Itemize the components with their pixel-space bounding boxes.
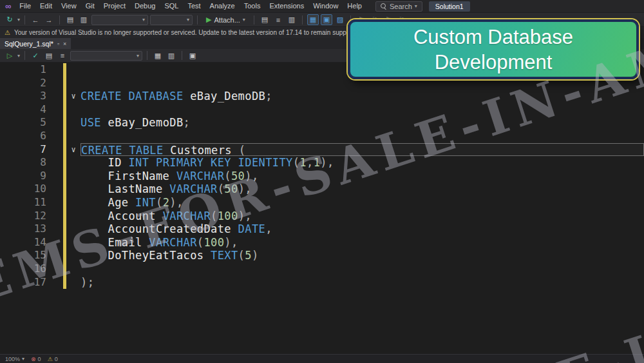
menu-item-tools[interactable]: Tools bbox=[240, 0, 265, 12]
line-number[interactable]: 17 bbox=[13, 276, 46, 289]
close-icon[interactable]: × bbox=[63, 41, 66, 47]
platform-dropdown[interactable]: ▾ bbox=[150, 15, 193, 25]
menu-item-file[interactable]: File bbox=[15, 0, 35, 12]
step-into-icon[interactable]: ≡ bbox=[272, 14, 284, 25]
code-text[interactable]: CREATE DATABASE eBay_DemoDB; bbox=[80, 90, 644, 103]
code-line[interactable]: 12 Account VARCHAR(100), bbox=[0, 210, 644, 223]
menu-item-edit[interactable]: Edit bbox=[35, 0, 57, 12]
chevron-down-icon[interactable]: ▾ bbox=[17, 53, 20, 59]
line-number[interactable]: 16 bbox=[13, 262, 46, 276]
breakpoint-margin[interactable] bbox=[0, 116, 13, 130]
line-number[interactable]: 15 bbox=[13, 249, 46, 262]
line-number[interactable]: 9 bbox=[13, 170, 46, 183]
code-line[interactable]: 10 LastName VARCHAR(50), bbox=[0, 182, 644, 196]
code-text[interactable]: LastName VARCHAR(50), bbox=[80, 182, 644, 196]
code-line[interactable]: 7∨CREATE TABLE Customers ( bbox=[0, 143, 644, 157]
breakpoint-margin[interactable] bbox=[0, 90, 13, 103]
breakpoint-margin[interactable] bbox=[0, 143, 13, 157]
line-wrap-icon[interactable]: ▥ bbox=[286, 14, 298, 25]
menu-item-view[interactable]: View bbox=[57, 0, 81, 12]
code-text[interactable]: ID INT PRIMARY KEY IDENTITY(1,1), bbox=[80, 156, 644, 170]
solution-selector[interactable]: Solution1 bbox=[429, 1, 470, 12]
step-over-icon[interactable]: ▤ bbox=[259, 14, 270, 25]
code-text[interactable]: AccountCreatedDate DATE, bbox=[80, 222, 644, 236]
code-line[interactable]: 16 bbox=[0, 262, 644, 276]
breakpoint-margin[interactable] bbox=[0, 103, 13, 117]
code-line[interactable]: 15 DoTheyEatTacos TEXT(5) bbox=[0, 249, 644, 262]
code-line[interactable]: 11 Age INT(2), bbox=[0, 196, 644, 210]
connect-icon[interactable]: ▤ bbox=[43, 50, 55, 61]
code-text[interactable]: Account VARCHAR(100), bbox=[80, 210, 644, 223]
code-line[interactable]: 17); bbox=[0, 276, 644, 289]
line-number[interactable]: 12 bbox=[13, 210, 46, 223]
breakpoint-margin[interactable] bbox=[0, 63, 13, 77]
menu-item-sql[interactable]: SQL bbox=[160, 0, 183, 12]
breakpoint-margin[interactable] bbox=[0, 77, 13, 90]
code-editor[interactable]: 123∨CREATE DATABASE eBay_DemoDB;45USE eB… bbox=[0, 63, 644, 354]
attach-button[interactable]: ▶ Attach... ▾ bbox=[202, 15, 249, 25]
line-number[interactable]: 13 bbox=[13, 222, 46, 236]
code-text[interactable] bbox=[80, 103, 644, 117]
results-text-toggle-icon[interactable]: ▣ bbox=[321, 14, 332, 25]
line-number[interactable]: 10 bbox=[13, 182, 46, 196]
code-line[interactable]: 5USE eBay_DemoDB; bbox=[0, 116, 644, 130]
search-control[interactable]: Search ▾ bbox=[375, 1, 422, 12]
menu-item-window[interactable]: Window bbox=[308, 0, 343, 12]
code-text[interactable]: USE eBay_DemoDB; bbox=[80, 116, 644, 130]
line-number[interactable]: 6 bbox=[13, 130, 46, 143]
line-number[interactable]: 7 bbox=[13, 143, 46, 157]
code-line[interactable]: 3∨CREATE DATABASE eBay_DemoDB; bbox=[0, 90, 644, 103]
database-selector-dropdown[interactable]: ▾ bbox=[70, 51, 142, 61]
code-line[interactable]: 8 ID INT PRIMARY KEY IDENTITY(1,1), bbox=[0, 156, 644, 170]
code-line[interactable]: 9 FirstName VARCHAR(50), bbox=[0, 170, 644, 183]
chevron-down-icon[interactable]: ▾ bbox=[17, 17, 20, 23]
line-number[interactable]: 5 bbox=[13, 116, 46, 130]
navigate-backward-icon[interactable]: ← bbox=[30, 14, 41, 25]
code-text[interactable]: CREATE TABLE Customers ( bbox=[80, 143, 644, 157]
results-pane-icon[interactable]: ▦ bbox=[152, 50, 164, 61]
menu-item-project[interactable]: Project bbox=[99, 0, 130, 12]
code-line[interactable]: 4 bbox=[0, 103, 644, 117]
fold-chevron-icon[interactable]: ∨ bbox=[66, 143, 80, 157]
menu-item-git[interactable]: Git bbox=[81, 0, 99, 12]
new-query-icon[interactable]: ▤ bbox=[64, 14, 76, 25]
results-grid-toggle-icon[interactable]: ▦ bbox=[307, 14, 319, 25]
parse-query-icon[interactable]: ✓ bbox=[30, 50, 41, 61]
line-number[interactable]: 14 bbox=[13, 236, 46, 250]
line-number[interactable]: 4 bbox=[13, 103, 46, 117]
code-line[interactable]: 13 AccountCreatedDate DATE, bbox=[0, 222, 644, 236]
query-plan-icon[interactable]: ▥ bbox=[166, 50, 177, 61]
source-control-icon[interactable]: ↻ bbox=[4, 14, 15, 25]
line-number[interactable]: 2 bbox=[13, 77, 46, 90]
line-number[interactable]: 1 bbox=[13, 63, 46, 77]
navigate-forward-icon[interactable]: → bbox=[43, 14, 55, 25]
breakpoint-margin[interactable] bbox=[0, 196, 13, 210]
execute-button[interactable]: ▷ bbox=[4, 50, 15, 61]
code-text[interactable] bbox=[80, 262, 644, 276]
line-number[interactable]: 8 bbox=[13, 156, 46, 170]
query-options-icon[interactable]: ▣ bbox=[187, 50, 198, 61]
code-line[interactable]: 14 Email VARCHAR(100), bbox=[0, 236, 644, 250]
code-text[interactable]: FirstName VARCHAR(50), bbox=[80, 170, 644, 183]
tab-sqlquery1[interactable]: SqlQuery_1.sql* ▫ × bbox=[0, 38, 71, 49]
menu-item-help[interactable]: Help bbox=[343, 0, 366, 12]
breakpoint-margin[interactable] bbox=[0, 222, 13, 236]
menu-item-extensions[interactable]: Extensions bbox=[265, 0, 308, 12]
code-text[interactable]: Age INT(2), bbox=[80, 196, 644, 210]
breakpoint-margin[interactable] bbox=[0, 236, 13, 250]
code-text[interactable] bbox=[80, 130, 644, 143]
code-line[interactable]: 6 bbox=[0, 130, 644, 143]
line-number[interactable]: 11 bbox=[13, 196, 46, 210]
zoom-control[interactable]: 100% ▾ bbox=[5, 356, 24, 362]
warning-count[interactable]: ⚠ 0 bbox=[48, 356, 58, 362]
line-number[interactable]: 3 bbox=[13, 90, 46, 103]
show-details-icon[interactable]: ▨ bbox=[334, 14, 346, 25]
error-count[interactable]: ⊗ 0 bbox=[31, 356, 41, 362]
fold-chevron-icon[interactable]: ∨ bbox=[66, 90, 80, 103]
breakpoint-margin[interactable] bbox=[0, 276, 13, 289]
breakpoint-margin[interactable] bbox=[0, 262, 13, 276]
code-text[interactable]: Email VARCHAR(100), bbox=[80, 236, 644, 250]
breakpoint-margin[interactable] bbox=[0, 170, 13, 183]
breakpoint-margin[interactable] bbox=[0, 210, 13, 223]
breakpoint-margin[interactable] bbox=[0, 182, 13, 196]
